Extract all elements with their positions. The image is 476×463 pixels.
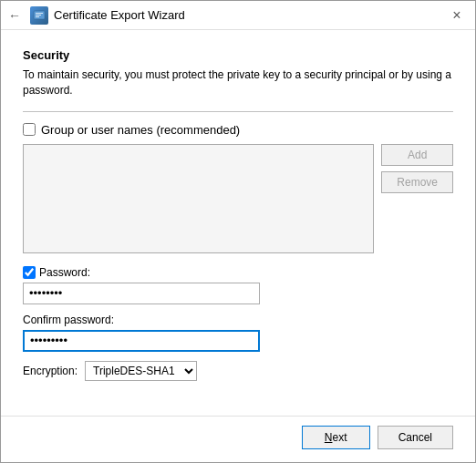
password-field-row: Password:: [23, 266, 453, 304]
section-description: To maintain security, you must protect t…: [23, 67, 453, 98]
confirm-password-label: Confirm password:: [23, 314, 114, 326]
next-button[interactable]: Next: [302, 426, 370, 449]
remove-button[interactable]: Remove: [381, 171, 453, 193]
password-label[interactable]: Password:: [39, 266, 90, 279]
svg-rect-3: [36, 16, 39, 17]
cancel-button[interactable]: Cancel: [378, 426, 453, 449]
encryption-label: Encryption:: [23, 365, 78, 377]
dialog-footer: Next Cancel: [1, 416, 475, 462]
svg-rect-2: [36, 15, 41, 15]
password-label-row: Password:: [23, 266, 453, 279]
group-buttons: Add Remove: [381, 144, 453, 253]
dialog-content: Security To maintain security, you must …: [1, 30, 475, 416]
encryption-select[interactable]: TripleDES-SHA1 AES256-SHA256: [85, 361, 197, 381]
confirm-password-field-row: Confirm password:: [23, 314, 453, 352]
back-button[interactable]: ←: [8, 8, 21, 23]
dialog-title: Certificate Export Wizard: [54, 8, 185, 22]
close-button[interactable]: ×: [446, 5, 468, 26]
confirm-password-input[interactable]: [23, 330, 260, 352]
next-underline: Next: [325, 431, 347, 444]
group-box: Add Remove: [23, 144, 453, 253]
certificate-export-dialog: ← Certificate Export Wizard × Security T…: [0, 0, 476, 463]
wizard-icon: [30, 6, 48, 25]
password-checkbox[interactable]: [23, 266, 36, 279]
encryption-row: Encryption: TripleDES-SHA1 AES256-SHA256: [23, 361, 453, 381]
password-input[interactable]: [23, 283, 260, 304]
section-title: Security: [23, 48, 453, 62]
group-listbox[interactable]: [23, 144, 374, 253]
add-button[interactable]: Add: [381, 144, 453, 166]
confirm-password-label-row: Confirm password:: [23, 314, 453, 326]
group-checkbox-label[interactable]: Group or user names (recommended): [41, 123, 240, 137]
title-bar: ← Certificate Export Wizard ×: [1, 1, 475, 30]
svg-rect-1: [36, 13, 43, 14]
group-checkbox[interactable]: [23, 123, 36, 136]
title-bar-left: ← Certificate Export Wizard: [8, 6, 185, 25]
group-checkbox-row: Group or user names (recommended): [23, 123, 453, 137]
cancel-label: Cancel: [398, 431, 432, 444]
divider: [23, 111, 453, 112]
